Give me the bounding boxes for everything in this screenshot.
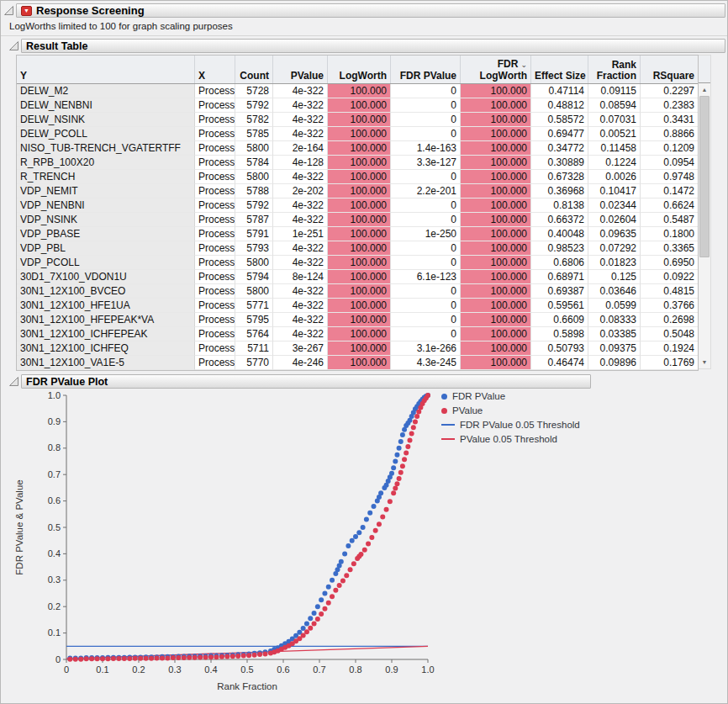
table-row[interactable]: 30N1_12X100_HFEPEAK*VAProcess57954e-3221… <box>17 313 698 327</box>
cell-count: 5782 <box>235 113 273 127</box>
cell-y: R_TRENCH <box>17 170 195 184</box>
svg-text:0.7: 0.7 <box>313 664 325 675</box>
column-header-count[interactable]: Count <box>235 56 273 83</box>
fdr-plot-header-bar[interactable]: FDR PValue Plot <box>21 374 591 389</box>
cell-x: Process <box>195 256 235 270</box>
scrollbar-track[interactable] <box>699 96 710 356</box>
legend-label: FDR PValue 0.05 Threshold <box>460 420 580 430</box>
column-header-rsquare[interactable]: RSquare <box>641 56 698 83</box>
cell-logworth: 100.000 <box>328 141 391 156</box>
fdr-plot-outline: FDR PValue Plot <box>8 374 725 389</box>
table-row[interactable]: NISO_TUB-TRENCH_VGATERTFFProcess58002e-1… <box>17 141 698 156</box>
cell-fdr_pvalue: 1e-250 <box>391 227 461 241</box>
scrollbar-thumb[interactable] <box>699 96 710 257</box>
disclosure-triangle-icon[interactable] <box>8 41 18 51</box>
cell-logworth: 100.000 <box>328 299 391 313</box>
table-row[interactable]: 30N1_12X100_ICHFEPEAKProcess57644e-32210… <box>17 327 698 341</box>
svg-text:0.7: 0.7 <box>48 469 61 479</box>
result-table-zone: YXCountPValueLogWorthFDR PValueFDR⌄LogWo… <box>16 55 727 371</box>
table-row[interactable]: DELW_NSINKProcess57824e-322100.0000100.0… <box>17 113 698 127</box>
table-row[interactable]: VDP_PCOLLProcess58004e-322100.0000100.00… <box>17 256 698 270</box>
column-header-x[interactable]: X <box>195 56 235 83</box>
cell-x: Process <box>195 156 235 170</box>
cell-logworth: 100.000 <box>328 327 391 341</box>
cell-pvalue: 4e-322 <box>273 170 328 184</box>
response-screening-window: ▼ Response Screening LogWorths limited t… <box>0 0 728 704</box>
cell-rank_fraction: 0.08594 <box>588 98 641 113</box>
table-row[interactable]: 30N1_12X100_HFE1UAProcess57714e-322100.0… <box>17 299 698 313</box>
cell-x: Process <box>195 327 235 341</box>
cell-rank_fraction: 0.07292 <box>588 241 641 256</box>
cell-y: 30N1_12X100_ICHFEPEAK <box>17 327 195 341</box>
svg-text:0.8: 0.8 <box>48 442 61 453</box>
cell-effect_size: 0.98523 <box>531 241 588 256</box>
scroll-up-button[interactable]: ▲ <box>699 83 710 96</box>
table-row[interactable]: VDP_NSINKProcess57874e-322100.0000100.00… <box>17 213 698 227</box>
cell-fdr_logworth: 100.000 <box>461 198 531 213</box>
disclosure-triangle-icon[interactable] <box>3 6 13 16</box>
table-row[interactable]: 30N1_12X100_ICHFEQProcess57113e-267100.0… <box>17 341 698 356</box>
fdr-plot[interactable]: 00.10.20.30.40.50.60.70.80.91.000.10.20.… <box>9 389 727 698</box>
cell-y: DELW_PCOLL <box>17 127 195 141</box>
disclosure-triangle-icon[interactable] <box>8 377 18 387</box>
cell-count: 5800 <box>235 170 273 184</box>
column-header-pvalue[interactable]: PValue <box>273 56 328 83</box>
red-triangle-icon: ▼ <box>24 8 29 13</box>
table-row[interactable]: 30N1_12X100_BVCEOProcess58004e-322100.00… <box>17 284 698 299</box>
table-row[interactable]: VDP_PBLProcess57934e-322100.0000100.0000… <box>17 241 698 256</box>
cell-effect_size: 0.47114 <box>531 84 588 98</box>
cell-pvalue: 4e-128 <box>273 156 328 170</box>
table-row[interactable]: DELW_M2Process57284e-322100.0000100.0000… <box>17 84 698 98</box>
table-row[interactable]: VDP_PBASEProcess57911e-251100.0001e-2501… <box>17 227 698 241</box>
column-header-y[interactable]: Y <box>17 56 195 83</box>
column-header-logworth[interactable]: LogWorth <box>328 56 391 83</box>
cell-fdr_logworth: 100.000 <box>461 327 531 341</box>
svg-text:0.6: 0.6 <box>277 664 289 675</box>
cell-x: Process <box>195 299 235 313</box>
table-row[interactable]: DELW_NENBNIProcess57924e-322100.0000100.… <box>17 98 698 113</box>
red-triangle-menu-button[interactable]: ▼ <box>21 6 32 16</box>
scroll-up-icon: ▲ <box>702 87 708 93</box>
column-header-rank_fraction[interactable]: RankFraction <box>588 56 641 83</box>
table-scrollbar[interactable]: ▲ ▼ <box>699 55 711 369</box>
table-row[interactable]: VDP_NENBNIProcess57924e-322100.0000100.0… <box>17 198 698 213</box>
scatter-pvalue[interactable] <box>67 393 430 662</box>
cell-rsquare: 0.3365 <box>641 241 698 256</box>
cell-fdr_pvalue: 0 <box>391 313 461 327</box>
cell-rsquare: 0.5048 <box>641 327 698 341</box>
table-row[interactable]: DELW_PCOLLProcess57854e-322100.0000100.0… <box>17 127 698 141</box>
legend-item-pvalue-0-05-threshold: PValue 0.05 Threshold <box>441 433 580 445</box>
scatter-fdr-pvalue[interactable] <box>67 393 430 660</box>
response-screening-header-bar[interactable]: ▼ Response Screening <box>16 3 725 18</box>
cell-rank_fraction: 0.09115 <box>588 84 641 98</box>
column-header-effect_size[interactable]: Effect Size <box>531 56 588 83</box>
plot-legend: FDR PValuePValueFDR PValue 0.05 Threshol… <box>441 390 580 445</box>
cell-effect_size: 0.59561 <box>531 299 588 313</box>
cell-count: 5787 <box>235 213 273 227</box>
cell-rsquare: 0.3766 <box>641 299 698 313</box>
table-row[interactable]: R_RPB_100X20Process57844e-128100.0003.3e… <box>17 156 698 170</box>
cell-fdr_logworth: 100.000 <box>461 270 531 284</box>
column-header-fdr_logworth[interactable]: FDR⌄LogWorth <box>461 56 531 83</box>
svg-text:1.0: 1.0 <box>421 664 434 675</box>
cell-y: VDP_PBL <box>17 241 195 256</box>
table-header: YXCountPValueLogWorthFDR PValueFDR⌄LogWo… <box>17 56 698 84</box>
cell-fdr_pvalue: 0 <box>391 299 461 313</box>
legend-item-fdr-pvalue-0-05-threshold: FDR PValue 0.05 Threshold <box>441 419 580 431</box>
fdr-plot-title: FDR PValue Plot <box>26 376 108 388</box>
table-row[interactable]: 30N1_12X100_VA1E-5Process57704e-246100.0… <box>17 356 698 370</box>
scrollbar-header-spacer <box>699 56 710 83</box>
table-row[interactable]: R_TRENCHProcess58004e-322100.0000100.000… <box>17 170 698 184</box>
scroll-down-button[interactable]: ▼ <box>699 356 710 368</box>
cell-x: Process <box>195 98 235 113</box>
legend-marker-fdr-pvalue <box>441 394 447 400</box>
cell-fdr_logworth: 100.000 <box>461 227 531 241</box>
cell-count: 5800 <box>235 141 273 156</box>
table-row[interactable]: 30D1_7X100_VDON1UProcess57948e-124100.00… <box>17 270 698 284</box>
table-row[interactable]: VDP_NEMITProcess57882e-202100.0002.2e-20… <box>17 184 698 198</box>
cell-rank_fraction: 0.02344 <box>588 198 641 213</box>
cell-effect_size: 0.6806 <box>531 256 588 270</box>
cell-fdr_pvalue: 0 <box>391 170 461 184</box>
result-table-header-bar[interactable]: Result Table <box>21 39 725 53</box>
column-header-fdr_pvalue[interactable]: FDR PValue <box>391 56 461 83</box>
